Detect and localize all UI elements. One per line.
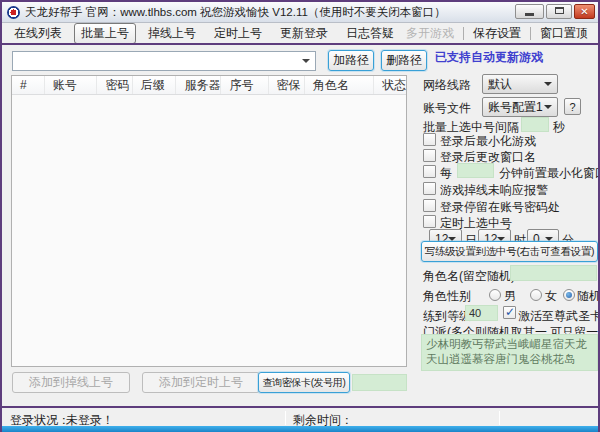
window-controls [515,4,595,19]
auto-update-notice: 已支持自动更新游戏 [435,49,543,66]
tab-offline-login[interactable]: 掉线上号 [142,24,202,43]
account-table[interactable]: # 账号 密码 后缀 服务器 序号 密保 角色名 状态 [11,75,407,367]
level-label: 练到等级 [423,308,471,325]
gender-female-radio[interactable] [530,289,542,301]
toolbar-right-actions: 多开游戏 保存设置 窗口置顶 [400,24,600,43]
account-file-label: 账号文件 [423,100,471,117]
stay-at-password-label: 登录停留在账号密码处 [440,199,560,216]
minimize-button[interactable] [515,4,544,19]
gender-random-label: 随机 [577,288,600,305]
batch-interval-unit: 秒 [553,119,565,136]
status-separator [285,411,286,425]
taskbar-strip [2,426,598,432]
chevron-down-icon [544,105,552,109]
app-window: 天龙好帮手 官网：www.tlhbs.com 祝您游戏愉快 V12.11（使用时… [0,0,600,432]
supreme-card-label: 激活至尊武圣卡 [518,308,600,325]
add-path-button[interactable]: 加路径 [328,50,374,71]
gender-label: 角色性别 [423,288,471,305]
role-name-label: 角色名(留空随机) [423,268,515,285]
account-file-value: 账号配置1 [488,99,543,116]
supreme-card-checkbox[interactable] [503,306,516,319]
game-path-combobox[interactable] [12,51,316,71]
title-bar: 天龙好帮手 官网：www.tlhbs.com 祝您游戏愉快 V12.11（使用时… [2,2,598,23]
timed-login-checkbox[interactable] [423,215,436,228]
rename-window-checkbox[interactable] [423,149,436,162]
col-server[interactable]: 服务器 [176,76,221,94]
chevron-down-icon [302,59,310,63]
chevron-down-icon [544,82,552,86]
query-secure-card-input[interactable] [352,374,407,391]
add-to-offline-button: 添加到掉线上号 [12,372,130,393]
tab-separator [463,27,464,40]
col-account[interactable]: 账号 [45,76,98,94]
role-name-input[interactable] [510,265,597,281]
client-area: 加路径 删路径 已支持自动更新游戏 # 账号 密码 后缀 服务器 序号 密保 角… [2,43,598,406]
gender-male-radio[interactable] [489,289,501,301]
periodic-minimize-post-label: 分钟前置最小化窗口 [499,165,600,182]
col-index[interactable]: # [12,76,45,94]
toolbar: 在线列表 批量上号 掉线上号 定时上号 更新登录 日志答疑 多开游戏 保存设置 … [2,23,598,43]
status-bar: 登录状况： 未登录！ 剩余时间： [2,406,598,428]
batch-interval-input[interactable] [521,117,549,132]
network-line-label: 网络线路 [423,77,471,94]
network-line-value: 默认 [488,76,512,93]
tab-batch-login[interactable]: 批量上号 [74,23,136,44]
account-file-select[interactable]: 账号配置1 [482,97,558,117]
gender-male-label: 男 [504,288,516,305]
periodic-minimize-checkbox[interactable] [423,165,436,178]
account-file-help-button[interactable]: ? [564,98,581,115]
col-status[interactable]: 状态 [374,76,406,94]
close-button[interactable] [574,4,595,19]
gender-female-label: 女 [545,288,557,305]
gender-random-radio[interactable] [563,289,575,301]
periodic-minimize-input[interactable] [457,163,494,178]
tab-timed-login[interactable]: 定时上号 [208,24,268,43]
periodic-minimize-pre-label: 每 [440,165,452,182]
tab-log-help[interactable]: 日志答疑 [340,24,400,43]
minimize-after-login-checkbox[interactable] [423,133,436,146]
stay-at-password-checkbox[interactable] [423,199,436,212]
window-topmost-button[interactable]: 窗口置顶 [534,24,594,43]
write-settings-button[interactable]: 写练级设置到选中号(右击可查看设置) [421,241,598,262]
minimize-after-login-label: 登录后最小化游戏 [440,133,536,150]
remove-path-button[interactable]: 删路径 [381,50,427,71]
window-title: 天龙好帮手 官网：www.tlhbs.com 祝您游戏愉快 V12.11（使用时… [25,5,446,20]
col-password[interactable]: 密码 [97,76,132,94]
col-role-name[interactable]: 角色名 [305,76,374,94]
save-settings-button[interactable]: 保存设置 [467,24,527,43]
add-to-timed-button: 添加到定时上号 [142,372,260,393]
account-table-header: # 账号 密码 后缀 服务器 序号 密保 角色名 状态 [12,76,406,95]
network-line-select[interactable]: 默认 [482,74,558,94]
tab-online-list[interactable]: 在线列表 [8,24,68,43]
query-secure-card-button[interactable]: 查询密保卡(发号用) [258,372,350,393]
status-separator [499,411,500,425]
level-input[interactable] [465,305,498,321]
col-secure[interactable]: 密保 [269,76,305,94]
disconnect-alarm-checkbox[interactable] [423,182,436,195]
multi-open-game-button: 多开游戏 [400,24,460,43]
tab-separator [530,27,531,40]
col-suffix[interactable]: 后缀 [133,76,177,94]
maximize-button[interactable] [546,4,572,19]
disconnect-alarm-label: 游戏掉线未响应报警 [440,182,548,199]
faction-list-textarea[interactable]: 少林明教丐帮武当峨嵋星宿天龙天山逍遥慕容唐门鬼谷桃花岛 [421,334,598,371]
app-bullseye-icon [7,6,20,19]
tab-update-login[interactable]: 更新登录 [274,24,334,43]
col-serial[interactable]: 序号 [221,76,268,94]
